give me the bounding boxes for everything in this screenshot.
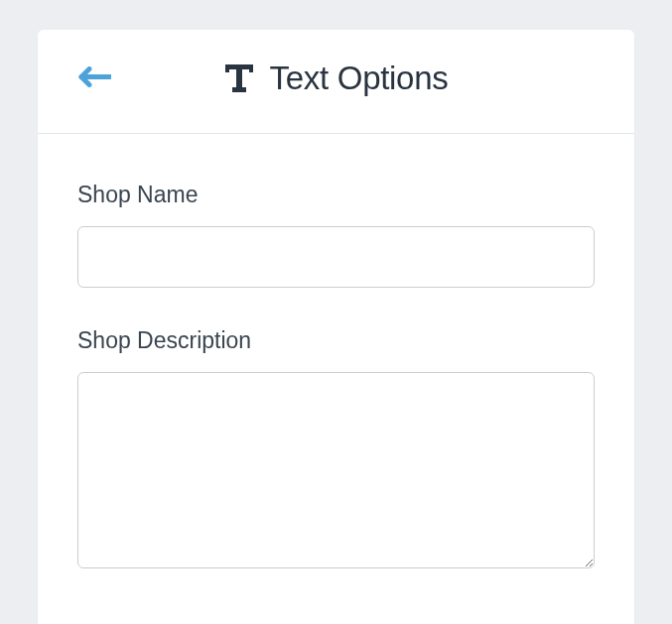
panel-header: Text Options xyxy=(38,30,634,133)
shop-name-label: Shop Name xyxy=(77,182,595,208)
back-button[interactable] xyxy=(77,65,111,91)
arrow-left-icon xyxy=(77,65,111,91)
shop-description-label: Shop Description xyxy=(77,327,595,354)
panel-title: Text Options xyxy=(270,60,449,97)
shop-description-group: Shop Description xyxy=(77,327,595,572)
text-icon xyxy=(224,64,254,92)
form-body: Shop Name Shop Description xyxy=(38,134,634,624)
shop-description-input[interactable] xyxy=(77,372,595,568)
shop-name-input[interactable] xyxy=(77,226,595,288)
shop-name-group: Shop Name xyxy=(77,182,595,288)
panel-title-wrap: Text Options xyxy=(224,60,449,97)
text-options-panel: Text Options Shop Name Shop Description xyxy=(38,30,634,624)
